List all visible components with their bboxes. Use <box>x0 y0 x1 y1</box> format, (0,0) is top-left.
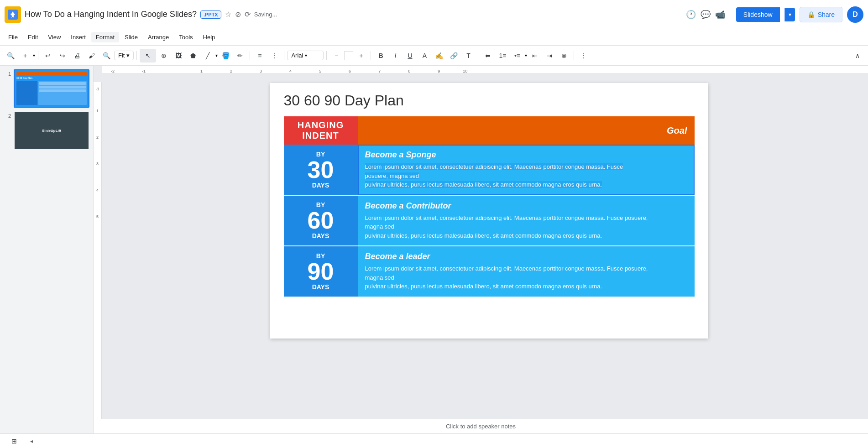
title-bar: How To Do a Hanging Indent In Google Sli… <box>0 0 868 29</box>
font-selector[interactable]: Arial▾ <box>287 51 324 60</box>
search-button[interactable]: 🔍 <box>4 49 17 63</box>
day-30-body[interactable]: Lorem ipsum dolor sit amet, consectetuer… <box>365 162 687 189</box>
menu-view[interactable]: View <box>43 32 65 42</box>
cloud-icon[interactable]: ⟳ <box>245 10 251 19</box>
history-icon[interactable]: 🕐 <box>686 10 696 20</box>
day-90-row: BY 90 DAYS Become a leader Lorem ipsum d… <box>284 246 695 297</box>
zoom-button[interactable]: 🔍 <box>99 49 113 63</box>
share-button[interactable]: 🔒 Share <box>800 7 842 22</box>
video-icon[interactable]: 📹 <box>715 10 725 20</box>
slide-1-container[interactable]: 1 30 60 Day Plan <box>4 69 89 108</box>
slide-1-number: 1 <box>4 69 11 77</box>
menu-file[interactable]: File <box>4 32 22 42</box>
bold-button[interactable]: B <box>374 49 387 63</box>
grid-view-button[interactable]: ⊞ <box>7 434 21 448</box>
italic-button[interactable]: I <box>388 49 402 63</box>
highlight-button[interactable]: ✍ <box>432 49 446 63</box>
slide-title[interactable]: 30 60 90 Day Plan <box>284 92 695 109</box>
select-tool[interactable]: ⊕ <box>157 49 171 63</box>
slide-1-preview: 30 60 Day Plan <box>15 70 89 107</box>
slide-1-thumb[interactable]: 30 60 Day Plan <box>14 69 89 108</box>
zoom-dropdown-icon: ▾ <box>126 52 130 59</box>
font-size-decrease[interactable]: − <box>329 49 343 63</box>
separator-8 <box>574 51 574 60</box>
main-workspace: 1 30 60 Day Plan 2 <box>0 66 868 433</box>
insert-button[interactable]: + <box>18 49 32 63</box>
text-box-button[interactable]: T <box>461 49 475 63</box>
separator-4 <box>284 51 284 60</box>
list-dropdown[interactable]: ▾ <box>525 53 527 58</box>
menu-slide[interactable]: Slide <box>120 32 142 42</box>
bulleted-list-button[interactable]: •≡ <box>510 49 524 63</box>
redo-button[interactable]: ↪ <box>56 49 69 63</box>
slide-2-number: 2 <box>4 111 11 119</box>
collapse-toolbar-button[interactable]: ∧ <box>851 49 864 63</box>
header-row: HANGING INDENT Goal <box>284 116 695 145</box>
thumb-title-bar <box>16 72 87 76</box>
star-icon[interactable]: ☆ <box>225 10 231 19</box>
cursor-tool[interactable]: ↖ <box>140 49 156 63</box>
goal-cell[interactable]: Goal <box>358 116 695 145</box>
slide-2-container[interactable]: 2 SlideUpLift <box>4 111 89 150</box>
doc-title[interactable]: How To Do a Hanging Indent In Google Sli… <box>25 10 197 19</box>
line-tool[interactable]: ╱ <box>201 49 214 63</box>
menu-edit[interactable]: Edit <box>23 32 42 42</box>
undo-button[interactable]: ↩ <box>41 49 55 63</box>
day-90-content[interactable]: Become a leader Lorem ipsum dolor sit am… <box>358 246 695 297</box>
text-align-button[interactable]: ≡ <box>253 49 267 63</box>
paint-format-button[interactable]: 🖌 <box>85 49 99 63</box>
menu-tools[interactable]: Tools <box>174 32 197 42</box>
header-right: 🕐 💬 📹 Slideshow ▾ 🔒 Share D <box>686 6 863 23</box>
slide-canvas[interactable]: 30 60 90 Day Plan HANGING INDENT Goal BY… <box>102 74 868 419</box>
indent-less-button[interactable]: ⇤ <box>528 49 542 63</box>
slides-panel: 1 30 60 Day Plan 2 <box>0 66 94 433</box>
day-30-title[interactable]: Become a Sponge <box>365 150 687 160</box>
fill-color-tool[interactable]: 🪣 <box>219 49 232 63</box>
underline-button[interactable]: U <box>403 49 417 63</box>
hanging-indent-cell[interactable]: HANGING INDENT <box>284 116 358 145</box>
content-table: HANGING INDENT Goal BY 30 DAYS Become <box>284 116 695 297</box>
font-size-box[interactable] <box>344 51 353 60</box>
menu-help[interactable]: Help <box>199 32 220 42</box>
insert-dropdown-icon[interactable]: ▾ <box>33 53 35 58</box>
saving-status: Saving... <box>254 11 277 18</box>
slideshow-dropdown[interactable]: ▾ <box>784 8 795 21</box>
menu-format[interactable]: Format <box>91 32 119 42</box>
bookmark-icon[interactable]: ⊘ <box>235 10 241 19</box>
day-90-body[interactable]: Lorem ipsum dolor sit amet, consectetuer… <box>365 264 687 291</box>
text-spacing-button[interactable]: ⋮ <box>267 49 281 63</box>
speaker-notes[interactable]: Click to add speaker notes <box>94 419 868 433</box>
day-90-title[interactable]: Become a leader <box>365 252 687 261</box>
slideshow-button[interactable]: Slideshow <box>736 7 780 22</box>
numbered-list-button[interactable]: 1≡ <box>496 49 509 63</box>
chat-icon[interactable]: 💬 <box>701 10 711 20</box>
text-color-button[interactable]: A <box>418 49 431 63</box>
pptx-badge[interactable]: .PPTX <box>200 10 221 19</box>
more-options-button[interactable]: ⋮ <box>577 49 591 63</box>
separator-3 <box>250 51 250 60</box>
status-bar: ⊞ ◂ <box>0 433 868 448</box>
slide-2-thumb[interactable]: SlideUpLift <box>14 111 89 150</box>
image-tool[interactable]: 🖼 <box>172 49 185 63</box>
separator-2 <box>136 51 137 60</box>
notes-placeholder: Click to add speaker notes <box>446 423 516 430</box>
day-60-body[interactable]: Lorem ipsum dolor sit amet, consectetuer… <box>365 214 687 240</box>
link-button[interactable]: 🔗 <box>447 49 460 63</box>
menu-arrange[interactable]: Arrange <box>143 32 173 42</box>
font-size-increase[interactable]: + <box>354 49 368 63</box>
day-30-content[interactable]: Become a Sponge Lorem ipsum dolor sit am… <box>358 145 695 195</box>
day-60-content[interactable]: Become a Contributor Lorem ipsum dolor s… <box>358 195 695 246</box>
zoom-selector[interactable]: Fit ▾ <box>114 51 134 60</box>
align-left-button[interactable]: ⬅ <box>481 49 495 63</box>
menu-insert[interactable]: Insert <box>66 32 90 42</box>
user-avatar[interactable]: D <box>847 6 863 23</box>
day-30-days: DAYS <box>288 182 353 189</box>
line-dropdown[interactable]: ▾ <box>215 53 218 58</box>
clear-format-button[interactable]: ⊗ <box>557 49 571 63</box>
indent-more-button[interactable]: ⇥ <box>543 49 556 63</box>
print-button[interactable]: 🖨 <box>70 49 84 63</box>
line-color-tool[interactable]: ✏ <box>233 49 247 63</box>
day-90-days: DAYS <box>288 283 353 291</box>
day-60-title[interactable]: Become a Contributor <box>365 201 687 211</box>
shapes-tool[interactable]: ⬟ <box>186 49 200 63</box>
